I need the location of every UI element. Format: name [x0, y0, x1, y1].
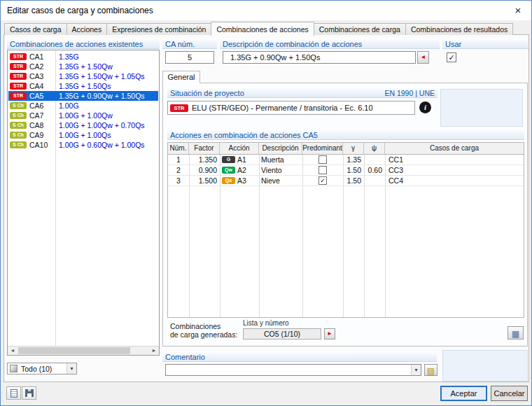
- apply-description-arrow-icon[interactable]: ◄: [417, 51, 429, 64]
- close-icon[interactable]: ×: [506, 2, 530, 19]
- cancel-button[interactable]: Cancelar: [491, 386, 528, 401]
- chevron-down-icon[interactable]: ▾: [411, 365, 421, 375]
- design-situation-badge: STR: [10, 53, 27, 60]
- table-row[interactable]: 1 1.350 G A1 Muerta 1.35 CC1: [168, 155, 524, 165]
- list-item-ca9[interactable]: S Ch CA9 1.00G + 1.00Qs: [8, 130, 158, 140]
- list-item-ca10[interactable]: S Ch CA10 1.00G + 0.60Qw + 1.00Qs: [8, 140, 158, 150]
- accept-button[interactable]: Aceptar: [440, 386, 487, 401]
- combination-name: CA3: [29, 72, 55, 80]
- row-accion: Qs A3: [220, 176, 259, 185]
- combination-name: CA5: [29, 92, 55, 100]
- row-num: 1: [168, 155, 189, 164]
- info-icon[interactable]: i: [419, 102, 431, 113]
- list-item-ca5-selected[interactable]: STR CA5 1.35G + 0.90Qw + 1.50Qs: [8, 91, 158, 101]
- list-item-ca8[interactable]: S Ch CA8 1.00G + 1.00Qw + 0.70Qs: [8, 120, 158, 130]
- row-descripcion: Nieve: [259, 176, 302, 185]
- col-descripcion: Descripción: [259, 143, 302, 154]
- open-combinations-table-button[interactable]: ▦: [507, 326, 524, 340]
- predominant-cell: ✓: [302, 176, 343, 185]
- combination-name: CA7: [29, 111, 55, 120]
- usar-checkbox[interactable]: ✓: [447, 52, 456, 62]
- situacion-header: EN 1990 | UNE Situación de proyecto: [167, 88, 438, 98]
- design-situation-badge: STR: [10, 73, 27, 80]
- table-row[interactable]: 3 1.500 Qs A3 Nieve ✓ 1.50 CC4: [168, 176, 524, 186]
- combination-name: CA6: [29, 102, 55, 110]
- predominant-cell: [302, 166, 343, 174]
- combination-name: CA4: [29, 82, 55, 90]
- description-input[interactable]: [223, 51, 416, 64]
- list-item-ca4[interactable]: STR CA4 1.35G + 1.50Qs: [8, 81, 158, 91]
- filter-dropdown[interactable]: Todo (10) ▾: [7, 363, 77, 374]
- chevron-down-icon: ▾: [66, 363, 76, 374]
- combination-formula: 1.00G + 1.00Qw + 0.70Qs: [59, 121, 157, 130]
- horizontal-scrollbar[interactable]: ◄ ►: [8, 346, 159, 355]
- load-type-badge-g: G: [222, 156, 235, 163]
- list-item-ca3[interactable]: STR CA3 1.35G + 1.50Qw + 1.05Qs: [8, 71, 158, 81]
- row-descripcion: Muerta: [259, 155, 302, 164]
- predominant-checkbox[interactable]: [318, 155, 327, 164]
- load-type-badge-qs: Qs: [222, 177, 235, 184]
- combination-formula: 1.00G + 1.00Qs: [59, 131, 157, 139]
- acciones-table-header: Acciones en combinación de acciones CA5: [167, 130, 524, 140]
- list-item-ca2[interactable]: STR CA2 1.35G + 1.50Qw: [8, 62, 158, 71]
- ca-num-field[interactable]: 5: [165, 51, 214, 64]
- scroll-left-icon[interactable]: ◄: [8, 346, 18, 355]
- comment-templates-button[interactable]: ▤: [424, 364, 438, 376]
- title-bar: Editar casos de carga y combinaciones ×: [1, 1, 531, 20]
- predominant-cell: [302, 155, 343, 164]
- predominant-checkbox[interactable]: [318, 166, 327, 174]
- row-gamma: 1.35: [343, 155, 364, 164]
- general-tab-page: EN 1990 | UNE Situación de proyecto STR …: [162, 83, 528, 346]
- usar-label: Usar: [442, 38, 528, 49]
- tab-combinaciones-de-carga[interactable]: Combinaciones de carga: [314, 23, 406, 35]
- existing-combinations-header: Combinaciones de acciones existentes: [7, 38, 160, 49]
- design-situation-badge: S Ch: [10, 132, 27, 139]
- description-label: Descripción de combinación de acciones: [220, 38, 440, 49]
- tab-casos-de-carga[interactable]: Casos de carga: [4, 23, 67, 35]
- tab-acciones[interactable]: Acciones: [66, 23, 108, 35]
- row-psi: 0.60: [364, 166, 385, 174]
- goto-combinations-arrow-icon[interactable]: ►: [324, 328, 335, 340]
- list-item-ca6[interactable]: S Ch CA6 1.00G: [8, 101, 158, 111]
- row-accion: G A1: [220, 155, 259, 164]
- scrollbar-thumb[interactable]: [18, 347, 130, 354]
- color-swatch: [10, 365, 18, 372]
- comment-combobox[interactable]: ▾: [165, 364, 421, 376]
- row-factor: 0.900: [189, 166, 220, 174]
- tab-combinaciones-de-acciones[interactable]: Combinaciones de acciones: [211, 22, 314, 36]
- design-situation-badge: S Ch: [10, 112, 27, 119]
- predominant-checkbox[interactable]: ✓: [318, 176, 327, 185]
- dialog-window: Editar casos de carga y combinaciones × …: [0, 0, 532, 406]
- table-body: 1 1.350 G A1 Muerta 1.35 CC1: [168, 155, 524, 317]
- note-icon: ▤: [427, 366, 435, 376]
- design-code-label: EN 1990 | UNE: [384, 89, 435, 98]
- report-button[interactable]: [6, 386, 21, 400]
- scroll-right-icon[interactable]: ►: [149, 346, 159, 355]
- list-item-ca1[interactable]: STR CA1 1.35G: [8, 52, 158, 62]
- combination-name: CA8: [29, 121, 55, 130]
- col-casos-de-carga: Casos de carga: [385, 143, 524, 154]
- combination-formula: 1.00G: [59, 102, 157, 110]
- top-right-info-panel: [440, 89, 523, 127]
- col-predominant: Predominant: [302, 143, 343, 154]
- combination-name: CA2: [29, 62, 55, 71]
- list-item-ca7[interactable]: S Ch CA7 1.00G + 1.00Qw: [8, 111, 158, 120]
- row-factor: 1.500: [189, 176, 220, 185]
- generated-combinations-field[interactable]: CO5 (1/10): [243, 328, 321, 340]
- design-situation-field[interactable]: STR ELU (STR/GEO) - Permanente / transit…: [167, 101, 415, 115]
- table-grid-icon: ▦: [512, 329, 519, 339]
- design-situation-badge: S Ch: [10, 102, 27, 109]
- col-psi: ψ: [364, 143, 385, 154]
- comment-input[interactable]: [166, 365, 411, 375]
- filter-value: Todo (10): [21, 365, 66, 373]
- save-settings-button[interactable]: [22, 386, 36, 400]
- generadas-label-line2: de carga generadas:: [170, 330, 237, 339]
- row-factor: 1.350: [189, 155, 220, 164]
- tab-general[interactable]: General: [162, 71, 200, 83]
- window-title: Editar casos de carga y combinaciones: [7, 1, 153, 20]
- tab-combinaciones-de-resultados[interactable]: Combinaciones de resultados: [405, 23, 513, 35]
- combination-name: CA9: [29, 131, 55, 139]
- tab-expresiones-de-combinacion[interactable]: Expresiones de combinación: [106, 23, 211, 35]
- table-row[interactable]: 2 0.900 Qw A2 Viento 1.50 0.60 CC3: [168, 165, 524, 176]
- main-tab-bar: Casos de carga Acciones Expresiones de c…: [4, 22, 512, 35]
